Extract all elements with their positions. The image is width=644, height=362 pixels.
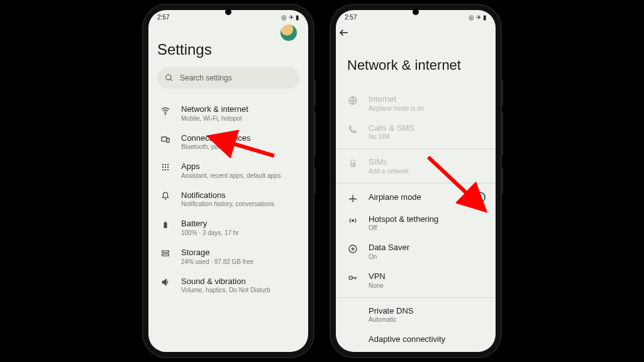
divider [336, 148, 496, 149]
divider [336, 183, 496, 184]
search-placeholder: Search settings [180, 74, 232, 82]
airplane-toggle[interactable] [464, 192, 486, 203]
row-airplane-mode[interactable]: Airplane mode [345, 186, 487, 209]
svg-point-2 [165, 114, 165, 114]
divider [336, 297, 496, 298]
row-hotspot[interactable]: Hotspot & tetheringOff [345, 209, 487, 238]
svg-point-7 [167, 164, 169, 165]
settings-row-battery[interactable]: Battery100% · 3 days, 17 hr [157, 213, 299, 242]
svg-point-13 [167, 169, 169, 170]
back-button[interactable] [336, 22, 496, 41]
volume-icon [158, 278, 172, 287]
svg-point-8 [162, 167, 164, 168]
row-calls-sms[interactable]: Calls & SMSNo SIM [345, 118, 487, 146]
phone-mockup-left: 2:57 ◎ ✈ ▮ Settings Search settings Netw… [143, 5, 313, 357]
svg-line-1 [170, 79, 172, 81]
camera-notch [413, 9, 419, 15]
status-icons: ◎ ✈ ▮ [469, 14, 487, 21]
avatar[interactable] [280, 25, 297, 41]
phone-sms-icon [346, 124, 360, 134]
settings-row-storage[interactable]: Storage24% used · 97.82 GB free [157, 242, 299, 271]
globe-icon [346, 96, 360, 106]
settings-row-apps[interactable]: AppsAssistant, recent apps, default apps [157, 156, 299, 185]
search-icon [165, 74, 174, 82]
row-internet[interactable]: InternetAirplane mode is on [345, 89, 487, 118]
camera-notch [225, 9, 231, 15]
status-time: 2:57 [157, 14, 169, 21]
airplane-icon [346, 193, 360, 203]
wifi-icon [158, 106, 172, 116]
phone-mockup-right: 2:57 ◎ ✈ ▮ Network & internet InternetAi… [331, 5, 501, 357]
svg-rect-17 [162, 254, 169, 256]
svg-point-11 [162, 169, 164, 170]
sim-icon [346, 158, 360, 168]
vpn-key-icon [346, 273, 360, 283]
comparison-stage: 2:57 ◎ ✈ ▮ Settings Search settings Netw… [0, 0, 644, 362]
svg-rect-15 [165, 222, 166, 223]
data-saver-icon [346, 244, 360, 254]
battery-icon [158, 220, 172, 230]
status-icons: ◎ ✈ ▮ [281, 14, 299, 21]
arrow-left-icon [338, 27, 350, 38]
row-private-dns[interactable]: Private DNSAutomatic [345, 300, 487, 329]
svg-rect-14 [164, 222, 167, 228]
settings-row-notifications[interactable]: NotificationsNotification history, conve… [157, 185, 299, 214]
svg-rect-22 [352, 163, 355, 166]
page-title: Network & internet [345, 57, 487, 74]
svg-point-9 [165, 167, 166, 168]
row-data-saver[interactable]: Data SaverOn [345, 237, 487, 266]
devices-icon [158, 134, 172, 145]
settings-row-connected[interactable]: Connected devicesBluetooth, pairing [157, 128, 299, 156]
svg-point-25 [349, 276, 352, 279]
settings-row-sound[interactable]: Sound & vibrationVolume, haptics, Do Not… [157, 271, 299, 300]
phone-screen: 2:57 ◎ ✈ ▮ Network & internet InternetAi… [336, 10, 496, 352]
search-input[interactable]: Search settings [157, 67, 299, 89]
apps-icon [158, 163, 172, 172]
page-title: Settings [157, 41, 299, 58]
svg-point-10 [167, 167, 169, 168]
storage-icon [158, 249, 172, 258]
hotspot-icon [346, 216, 360, 226]
settings-row-network[interactable]: Network & internetMobile, Wi-Fi, hotspot [157, 99, 299, 128]
bell-icon [158, 192, 172, 200]
svg-point-5 [162, 164, 164, 165]
svg-rect-4 [167, 138, 169, 143]
svg-rect-3 [162, 137, 167, 141]
row-vpn[interactable]: VPNNone [345, 266, 487, 295]
svg-point-23 [352, 219, 354, 221]
status-time: 2:57 [345, 14, 357, 21]
svg-point-12 [165, 169, 166, 170]
svg-rect-16 [162, 251, 169, 253]
svg-point-6 [165, 164, 166, 165]
row-sims[interactable]: SIMsAdd a network [345, 151, 487, 180]
phone-screen: 2:57 ◎ ✈ ▮ Settings Search settings Netw… [148, 10, 308, 352]
svg-point-0 [166, 75, 171, 80]
row-adaptive[interactable]: Adaptive connectivity [345, 329, 487, 350]
